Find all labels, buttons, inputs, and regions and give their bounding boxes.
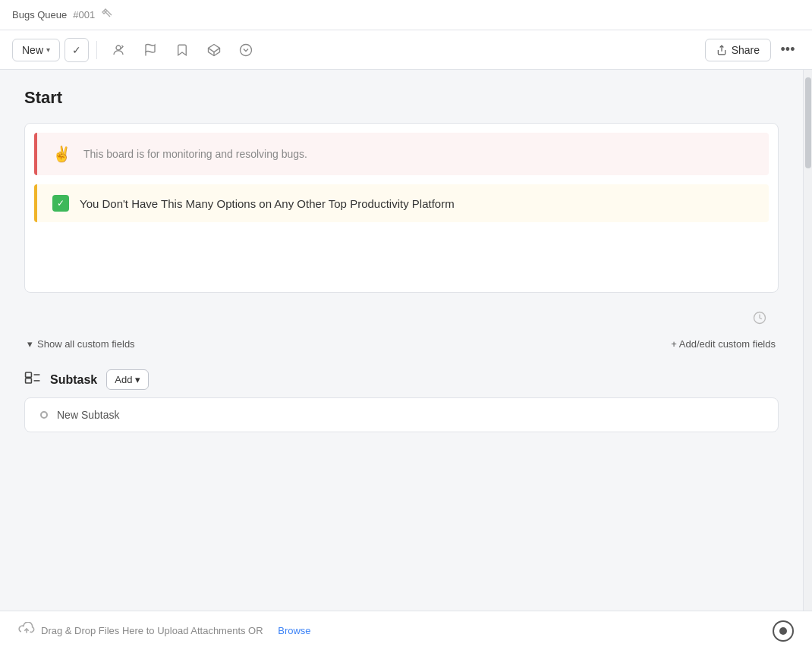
- feature-text: You Don't Have This Many Options on Any …: [80, 197, 455, 210]
- svg-rect-10: [26, 378, 32, 383]
- breadcrumb-bar: Bugs Queue #001: [0, 0, 812, 30]
- breadcrumb-queue-label: Bugs Queue: [12, 9, 67, 20]
- recording-dot-icon: [779, 627, 787, 635]
- add-subtask-button[interactable]: Add ▾: [106, 369, 149, 390]
- recording-button[interactable]: [773, 620, 794, 642]
- svg-rect-7: [26, 372, 32, 377]
- notice-text: This board is for monitoring and resolvi…: [83, 148, 307, 160]
- subtask-title: Subtask: [50, 373, 97, 387]
- subtask-header: Subtask Add ▾: [24, 369, 779, 390]
- new-chevron-icon: ▾: [46, 46, 50, 54]
- check-icon: ✓: [72, 44, 81, 56]
- notice-emoji: ✌️: [52, 145, 71, 163]
- content-area: Start ✌️ This board is for monitoring an…: [0, 70, 803, 650]
- add-fields-label: + Add/edit custom fields: [671, 338, 776, 350]
- assign-button[interactable]: [105, 36, 132, 64]
- toolbar: New ▾ ✓: [0, 30, 812, 70]
- show-fields-button[interactable]: ▾ Show all custom fields: [27, 338, 135, 350]
- show-fields-label: Show all custom fields: [37, 338, 135, 350]
- breadcrumb-queue[interactable]: Bugs Queue: [12, 9, 67, 20]
- more-icon: •••: [781, 42, 795, 58]
- feature-block: ✓ You Don't Have This Many Options on An…: [34, 184, 769, 222]
- drop-zone: Drag & Drop Files Here to Upload Attachm…: [0, 611, 812, 650]
- subtask-section: Subtask Add ▾ New Subtask: [24, 369, 779, 432]
- description-card: ✌️ This board is for monitoring and reso…: [24, 123, 779, 293]
- subtask-item-name: New Subtask: [57, 409, 119, 421]
- custom-fields-bar: ▾ Show all custom fields + Add/edit cust…: [24, 331, 779, 357]
- clock-area[interactable]: [24, 305, 779, 331]
- add-subtask-label: Add: [115, 374, 132, 385]
- pin-icon[interactable]: [101, 8, 113, 22]
- subtask-icon: [24, 370, 41, 389]
- scrollbar-track[interactable]: [803, 70, 812, 650]
- drop-zone-text: Drag & Drop Files Here to Upload Attachm…: [18, 622, 311, 639]
- drop-zone-label: Drag & Drop Files Here to Upload Attachm…: [41, 625, 263, 636]
- chevron-circle-button[interactable]: [232, 36, 260, 64]
- bottom-padding: [24, 444, 779, 490]
- share-button[interactable]: Share: [705, 39, 771, 61]
- description-padding: [25, 231, 778, 292]
- scrollbar-thumb[interactable]: [805, 77, 811, 168]
- browse-link[interactable]: Browse: [278, 625, 310, 636]
- more-button[interactable]: •••: [776, 38, 800, 62]
- page-title: Start: [24, 88, 779, 108]
- description-card-inner[interactable]: ✌️ This board is for monitoring and reso…: [25, 124, 778, 292]
- add-fields-button[interactable]: + Add/edit custom fields: [671, 338, 776, 350]
- show-fields-chevron: ▾: [27, 338, 33, 350]
- svg-point-4: [241, 44, 252, 55]
- feature-check-icon: ✓: [52, 195, 69, 212]
- toolbar-divider-1: [96, 41, 97, 59]
- breadcrumb-id: #001: [73, 9, 95, 20]
- new-label: New: [22, 44, 43, 56]
- add-subtask-chevron-icon: ▾: [135, 374, 140, 385]
- cube-button[interactable]: [200, 36, 228, 64]
- share-label: Share: [732, 44, 760, 56]
- subtask-item[interactable]: New Subtask: [24, 397, 779, 432]
- subtask-status-dot: [40, 411, 48, 419]
- new-button[interactable]: New ▾: [12, 39, 60, 61]
- check-button[interactable]: ✓: [65, 38, 89, 62]
- main-content: Start ✌️ This board is for monitoring an…: [0, 70, 812, 650]
- bookmark-button[interactable]: [168, 36, 196, 64]
- upload-cloud-icon: [18, 622, 35, 639]
- flag-button[interactable]: [137, 36, 164, 64]
- notice-block: ✌️ This board is for monitoring and reso…: [34, 133, 769, 175]
